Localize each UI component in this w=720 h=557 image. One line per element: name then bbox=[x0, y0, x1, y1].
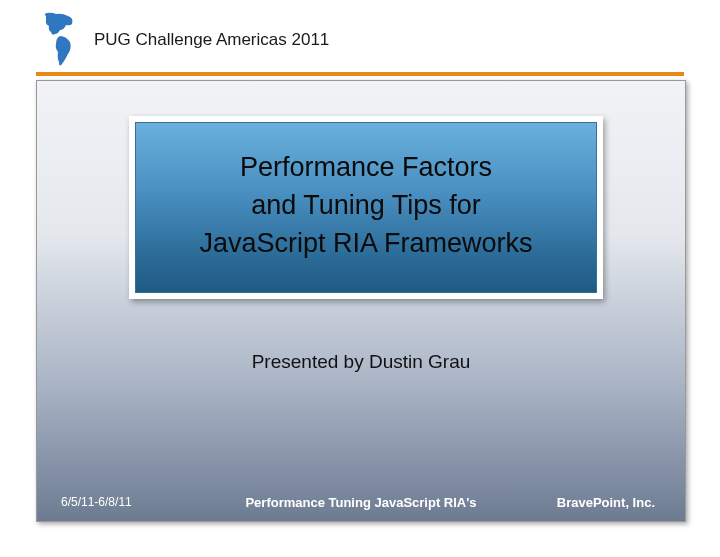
slide-body: Performance Factors and Tuning Tips for … bbox=[36, 80, 686, 522]
americas-map-icon bbox=[36, 11, 80, 69]
slide: PUG Challenge Americas 2011 Performance … bbox=[0, 0, 720, 557]
presenter-line: Presented by Dustin Grau bbox=[37, 351, 685, 373]
title-line-2: and Tuning Tips for bbox=[146, 187, 586, 225]
divider-rule bbox=[36, 72, 684, 76]
title-line-1: Performance Factors bbox=[146, 149, 586, 187]
footer-date: 6/5/11-6/8/11 bbox=[61, 495, 132, 509]
title-box-inner: Performance Factors and Tuning Tips for … bbox=[135, 122, 597, 293]
slide-header: PUG Challenge Americas 2011 bbox=[36, 10, 684, 70]
title-box: Performance Factors and Tuning Tips for … bbox=[129, 116, 603, 299]
title-line-3: JavaScript RIA Frameworks bbox=[146, 225, 586, 263]
slide-footer: 6/5/11-6/8/11 Performance Tuning JavaScr… bbox=[37, 483, 685, 521]
footer-company: BravePoint, Inc. bbox=[557, 495, 655, 510]
conference-name: PUG Challenge Americas 2011 bbox=[94, 30, 329, 50]
